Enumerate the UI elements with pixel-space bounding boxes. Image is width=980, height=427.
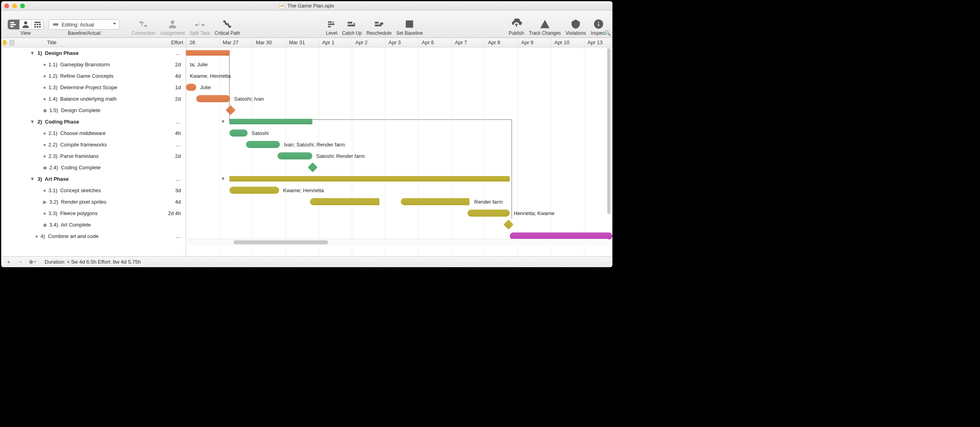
split-task-button[interactable]: Split Task — [187, 11, 212, 36]
outline-row[interactable]: ●2.2) Compile frameworks… — [1, 139, 186, 150]
outline-row[interactable]: ▶3.2) Render pixel sprites4d — [1, 196, 186, 208]
disclosure-triangle-icon[interactable]: ▼ — [30, 50, 35, 56]
violations-button[interactable]: Violations — [563, 11, 588, 36]
task-bar[interactable] — [229, 129, 248, 137]
date-column[interactable]: Apr 3 — [385, 38, 418, 47]
date-column[interactable]: Mar 31 — [285, 38, 319, 47]
outline-row[interactable]: ▼2) Coding Phase… — [1, 116, 186, 127]
gantt-row[interactable]: Satoshi — [186, 127, 612, 139]
phase-bar[interactable] — [229, 119, 312, 124]
gantt-row[interactable]: Kwame; Henrietta — [186, 70, 612, 82]
date-column[interactable]: Mar 27 — [219, 38, 252, 47]
task-bar[interactable] — [467, 210, 510, 217]
phase-disclosure-icon[interactable]: ▼ — [221, 119, 225, 124]
milestone-diamond[interactable] — [503, 219, 513, 229]
date-column[interactable]: Apr 2 — [352, 38, 385, 47]
vertical-scrollbar[interactable] — [606, 47, 611, 245]
outline-row[interactable]: ●1.2) Refine Game Concepts4d — [1, 70, 186, 82]
date-column[interactable]: Apr 13 — [584, 38, 612, 47]
vertical-scrollbar-thumb[interactable] — [607, 48, 610, 214]
outline-row[interactable]: ●4) Combine art and code… — [1, 230, 186, 242]
gantt-row[interactable]: Satoshi; Render farm — [186, 150, 612, 162]
gantt-row[interactable] — [186, 219, 612, 230]
gantt-row[interactable]: ▼ — [186, 173, 612, 185]
action-menu-button[interactable]: ✻▾ — [27, 258, 38, 266]
date-column[interactable]: Mar 30 — [252, 38, 285, 47]
disclosure-triangle-icon[interactable]: ▼ — [30, 176, 35, 182]
critical-path-button[interactable]: Critical Path — [212, 11, 243, 36]
timeline-header[interactable]: 🔍 26Mar 27Mar 30Mar 31Apr 1Apr 2Apr 3Apr… — [186, 38, 612, 47]
reschedule-button[interactable]: Reschedule — [364, 11, 394, 36]
add-button[interactable]: ＋ — [4, 258, 14, 266]
outline-row[interactable]: ●3.1) Concept sketches3d — [1, 185, 186, 196]
gantt-row[interactable] — [186, 47, 612, 59]
view-resource-button[interactable] — [20, 20, 32, 29]
effort-column-header[interactable]: Effort — [167, 39, 186, 45]
close-window-icon[interactable] — [4, 4, 9, 8]
catch-up-button[interactable]: Catch Up — [340, 11, 364, 36]
assignment-button[interactable]: Assignment — [158, 11, 188, 36]
gantt-chart[interactable]: ta; JulieKwame; HenriettaJulieSatoshi; I… — [186, 47, 612, 256]
view-calendar-button[interactable] — [32, 20, 43, 29]
outline-row[interactable]: ●2.3) Parse framistans2d — [1, 150, 186, 162]
outline-row[interactable]: ▼3) Art Phase… — [1, 173, 186, 185]
outline-row[interactable]: ●1.4) Balance underlying math2d — [1, 93, 186, 105]
task-bar[interactable] — [186, 84, 196, 91]
milestone-diamond[interactable] — [225, 105, 235, 115]
task-outline[interactable]: ▼1) Design Phase…●1.1) Gameplay Brainsto… — [1, 47, 186, 256]
date-column[interactable]: Apr 7 — [451, 38, 484, 47]
phase-disclosure-icon[interactable]: ▼ — [221, 176, 225, 182]
minimize-window-icon[interactable] — [12, 4, 17, 8]
outline-row[interactable]: ●1.3) Determine Project Scope1d — [1, 82, 186, 93]
gantt-row[interactable]: Satoshi; Ivan — [186, 93, 612, 105]
horizontal-scrollbar-thumb[interactable] — [233, 240, 328, 244]
milestone-diamond[interactable] — [308, 162, 317, 172]
horizontal-scrollbar[interactable] — [186, 239, 608, 245]
outline-row[interactable]: ●1.1) Gameplay Brainstorm2d — [1, 59, 186, 70]
publish-button[interactable]: Publish — [506, 11, 526, 36]
outline-row[interactable]: ▼1) Design Phase… — [1, 47, 186, 59]
gantt-row[interactable]: Julie — [186, 82, 612, 93]
set-baseline-button[interactable]: Set Baseline — [394, 11, 425, 36]
date-column[interactable]: Apr 9 — [518, 38, 551, 47]
gantt-row[interactable] — [186, 105, 612, 116]
date-column[interactable]: Apr 10 — [551, 38, 584, 47]
connection-button[interactable]: Connection — [129, 11, 158, 36]
level-button[interactable]: Level — [323, 11, 340, 36]
track-changes-button[interactable]: Track Changes — [527, 11, 563, 36]
task-bar[interactable] — [196, 95, 230, 102]
date-column[interactable]: Apr 6 — [418, 38, 451, 47]
outline-row[interactable]: ◆2.4) Coding Complete — [1, 162, 186, 173]
zoom-window-icon[interactable] — [20, 4, 25, 8]
gantt-row[interactable]: Henrietta; Kwame — [186, 208, 612, 219]
task-bar[interactable] — [229, 187, 279, 194]
gantt-row[interactable]: Ivan; Satoshi; Render farm — [186, 139, 612, 150]
disclosure-triangle-icon[interactable]: ▼ — [30, 119, 35, 125]
task-bar-segment[interactable] — [401, 198, 469, 205]
gantt-row[interactable]: Kwame; Henrietta — [186, 185, 612, 196]
date-column[interactable]: Apr 8 — [484, 38, 518, 47]
outline-row[interactable]: ●3.3) Fleece polygons2d 4h — [1, 208, 186, 219]
phase-bar[interactable] — [186, 50, 229, 56]
gantt-row[interactable]: ▼ — [186, 116, 612, 127]
view-segmented-control[interactable] — [8, 19, 44, 30]
gantt-row[interactable]: Render farm — [186, 196, 612, 208]
view-gantt-button[interactable] — [8, 20, 20, 29]
task-bar[interactable] — [246, 141, 280, 148]
zoom-icon[interactable]: 🔍 — [605, 30, 611, 36]
gantt-row[interactable]: ta; Julie — [186, 59, 612, 70]
remove-button[interactable]: － — [15, 258, 26, 266]
task-bar[interactable] — [278, 152, 312, 159]
outline-row[interactable]: ◆3.4) Art Complete — [1, 219, 186, 230]
outline-row[interactable]: ●2.1) Choose middleware4h — [1, 127, 186, 139]
outline-row[interactable]: ◆1.5) Design Complete — [1, 105, 186, 116]
hand-column-icon[interactable]: ✋ — [1, 39, 8, 45]
baseline-actual-dropdown[interactable]: Editing: Actual — [49, 19, 120, 30]
title-column-header[interactable]: Title — [15, 39, 167, 45]
task-bar-segment[interactable] — [310, 198, 379, 205]
date-column[interactable]: 26 — [186, 38, 219, 47]
note-column-icon[interactable] — [8, 40, 15, 45]
gantt-row[interactable] — [186, 162, 612, 173]
date-column[interactable]: Apr 1 — [319, 38, 352, 47]
phase-bar[interactable] — [229, 176, 510, 182]
